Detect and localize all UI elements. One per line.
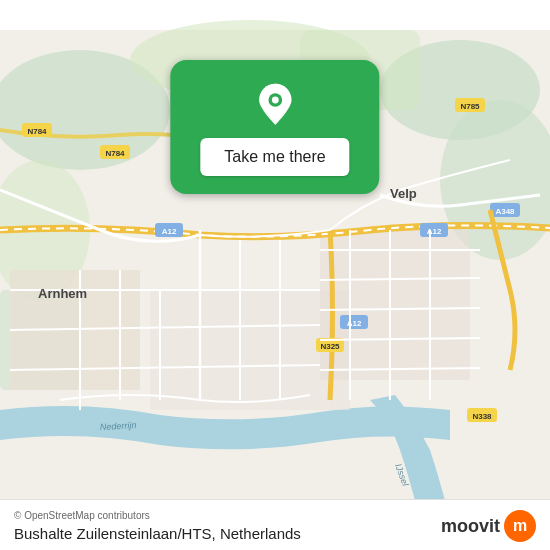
- bottom-info-bar: © OpenStreetMap contributors Bushalte Zu…: [0, 499, 550, 550]
- moovit-logo-icon: m: [504, 510, 536, 542]
- location-pin-icon: [251, 82, 299, 130]
- svg-text:A348: A348: [495, 207, 515, 216]
- svg-text:Arnhem: Arnhem: [38, 286, 87, 301]
- svg-text:N785: N785: [460, 102, 480, 111]
- svg-point-52: [272, 97, 279, 104]
- svg-text:Velp: Velp: [390, 186, 417, 201]
- take-me-there-button[interactable]: Take me there: [200, 138, 349, 176]
- bottom-left-content: © OpenStreetMap contributors Bushalte Zu…: [14, 510, 301, 542]
- moovit-logo-text: moovit: [441, 516, 500, 537]
- location-name: Bushalte Zuilensteinlaan/HTS, Netherland…: [14, 525, 301, 542]
- map-container: A12 A12 A12 N325 A348 N784 N784 N785 N33…: [0, 0, 550, 550]
- svg-text:N325: N325: [320, 342, 340, 351]
- green-card: Take me there: [170, 60, 379, 194]
- action-overlay: Take me there: [170, 60, 379, 194]
- svg-rect-10: [320, 230, 470, 380]
- svg-text:Nederrijn: Nederrijn: [100, 420, 137, 432]
- svg-text:A12: A12: [347, 319, 362, 328]
- svg-text:A12: A12: [162, 227, 177, 236]
- svg-text:A12: A12: [427, 227, 442, 236]
- moovit-logo: moovit m: [441, 510, 536, 542]
- svg-text:N784: N784: [105, 149, 125, 158]
- svg-text:N784: N784: [27, 127, 47, 136]
- copyright-text: © OpenStreetMap contributors: [14, 510, 301, 521]
- svg-text:N338: N338: [472, 412, 492, 421]
